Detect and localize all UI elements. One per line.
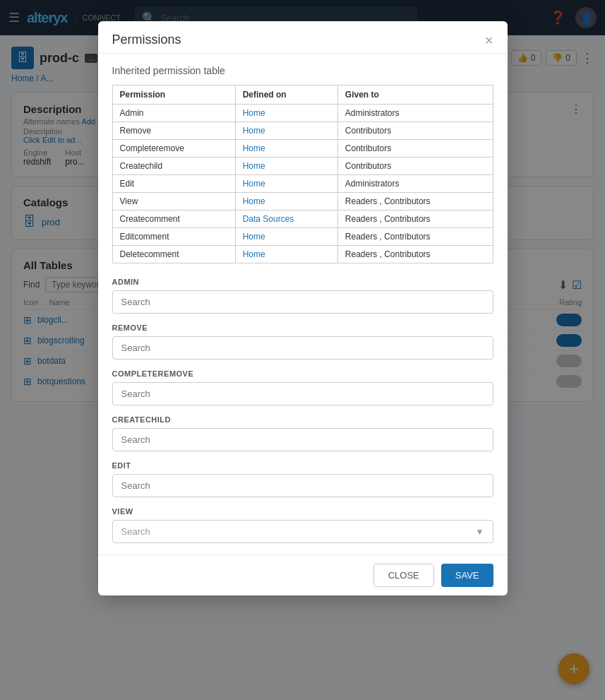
perm-defined-on[interactable]: Data Sources — [235, 210, 337, 228]
perm-name: Admin — [112, 105, 235, 122]
modal-header: Permissions × — [98, 21, 508, 54]
modal-body: Inherited permission table Permission De… — [98, 54, 508, 554]
section-search-input[interactable] — [112, 428, 493, 451]
admin-section: ADMIN — [112, 278, 493, 314]
perm-name: Deletecomment — [112, 246, 235, 263]
perm-defined-on[interactable]: Home — [235, 158, 337, 175]
section-label: REMOVE — [112, 324, 493, 332]
section-label: ADMIN — [112, 278, 493, 286]
section-label: EDIT — [112, 461, 493, 470]
perm-given-to: Contributors — [337, 158, 493, 175]
remove-section: REMOVE — [112, 324, 493, 360]
permissions-modal: Permissions × Inherited permission table… — [98, 21, 508, 595]
inherited-title: Inherited permission table — [112, 65, 493, 76]
perm-defined-on[interactable]: Home — [235, 122, 337, 140]
perm-defined-on[interactable]: Home — [235, 228, 337, 246]
perm-given-to: Contributors — [337, 122, 493, 140]
close-x-button[interactable]: × — [485, 33, 493, 47]
perm-given-to: Readers , Contributors — [337, 210, 493, 228]
section-search-input[interactable] — [112, 336, 493, 360]
table-row: Completeremove Home Contributors — [112, 140, 493, 158]
section-search-input[interactable] — [112, 290, 493, 314]
perm-name: Remove — [112, 122, 235, 140]
modal-footer: CLOSE SAVE — [98, 554, 508, 595]
col-header-defined-on: Defined on — [235, 85, 337, 105]
perm-given-to: Administrators — [337, 175, 493, 193]
table-row: Createcomment Data Sources Readers , Con… — [112, 210, 493, 228]
table-row: Admin Home Administrators — [112, 105, 493, 122]
permission-table: Permission Defined on Given to Admin Hom… — [112, 85, 493, 263]
col-header-permission: Permission — [112, 85, 235, 105]
perm-name: Createcomment — [112, 210, 235, 228]
createchild-section: CREATECHILD — [112, 415, 493, 451]
table-row: Deletecomment Home Readers , Contributor… — [112, 246, 493, 263]
perm-given-to: Readers , Contributors — [337, 246, 493, 263]
view-dropdown[interactable]: Search ▼ — [112, 520, 493, 543]
perm-name: Createchild — [112, 158, 235, 175]
perm-defined-on[interactable]: Home — [235, 140, 337, 158]
perm-defined-on[interactable]: Home — [235, 175, 337, 193]
perm-defined-on[interactable]: Home — [235, 246, 337, 263]
table-row: Remove Home Contributors — [112, 122, 493, 140]
modal-title: Permissions — [112, 32, 181, 47]
perm-given-to: Readers , Contributors — [337, 193, 493, 210]
chevron-down-icon: ▼ — [476, 527, 484, 537]
table-row: View Home Readers , Contributors — [112, 193, 493, 210]
perm-given-to: Administrators — [337, 105, 493, 122]
table-row: Createchild Home Contributors — [112, 158, 493, 175]
edit-section: EDIT — [112, 461, 493, 497]
view-section: VIEW Search ▼ — [112, 507, 493, 543]
perm-defined-on[interactable]: Home — [235, 105, 337, 122]
perm-name: View — [112, 193, 235, 210]
perm-name: Editcomment — [112, 228, 235, 246]
view-dropdown-placeholder: Search — [121, 526, 150, 537]
perm-given-to: Readers , Contributors — [337, 228, 493, 246]
section-search-input[interactable] — [112, 382, 493, 405]
save-button[interactable]: SAVE — [441, 564, 493, 587]
table-row: Editcomment Home Readers , Contributors — [112, 228, 493, 246]
col-header-given-to: Given to — [337, 85, 493, 105]
close-button[interactable]: CLOSE — [373, 564, 434, 587]
perm-given-to: Contributors — [337, 140, 493, 158]
perm-name: Edit — [112, 175, 235, 193]
modal-overlay: Permissions × Inherited permission table… — [0, 0, 605, 700]
section-label: CREATECHILD — [112, 415, 493, 424]
section-label: COMPLETEREMOVE — [112, 369, 493, 378]
perm-name: Completeremove — [112, 140, 235, 158]
view-label: VIEW — [112, 507, 493, 516]
completeremove-section: COMPLETEREMOVE — [112, 369, 493, 405]
perm-defined-on[interactable]: Home — [235, 193, 337, 210]
section-search-input[interactable] — [112, 474, 493, 497]
table-row: Edit Home Administrators — [112, 175, 493, 193]
